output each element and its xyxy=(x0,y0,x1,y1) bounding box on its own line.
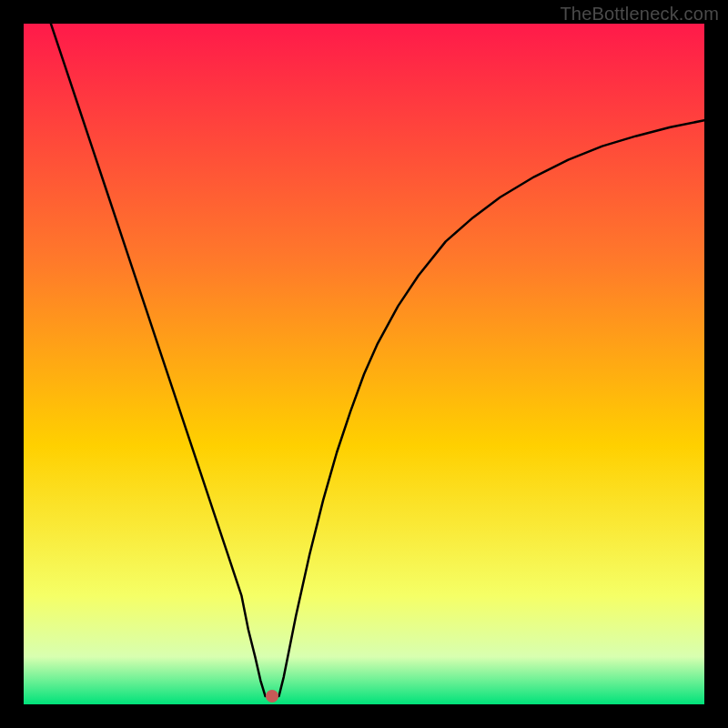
watermark-text: TheBottleneck.com xyxy=(560,4,719,25)
chart-svg xyxy=(24,24,704,704)
chart-frame: TheBottleneck.com xyxy=(0,0,728,728)
plot-area xyxy=(24,24,704,704)
minimum-marker-dot xyxy=(266,690,278,703)
gradient-background xyxy=(24,24,704,704)
